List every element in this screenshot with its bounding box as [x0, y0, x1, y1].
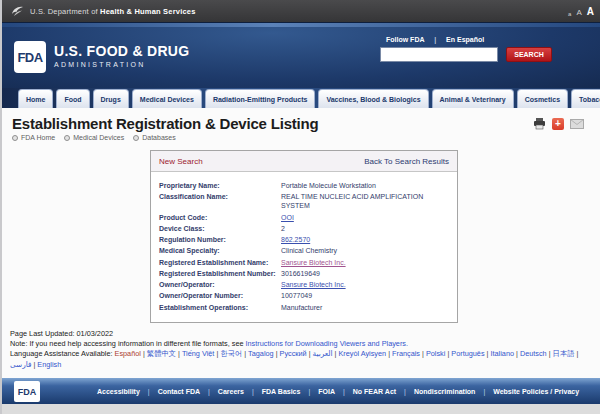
nav-tab-row: HomeFoodDrugsMedical DevicesRadiation-Em… — [18, 89, 600, 108]
en-espanol-link[interactable]: En Español — [446, 36, 484, 43]
row-label: Registered Establishment Name: — [159, 258, 281, 267]
footer-fda-logo[interactable]: FDA — [14, 381, 40, 402]
nav-tab-home[interactable]: Home — [18, 89, 53, 108]
table-row: Registered Establishment Number:30166196… — [159, 269, 449, 278]
language-separator: | — [143, 349, 145, 358]
row-value-link[interactable]: OOI — [281, 214, 294, 221]
nav-tab-cosmetics[interactable]: Cosmetics — [517, 89, 568, 108]
row-value-link[interactable]: 862.2570 — [281, 236, 310, 243]
row-label: Owner/Operator: — [159, 280, 281, 289]
table-row: Regulation Number:862.2570 — [159, 235, 449, 244]
search-button[interactable]: SEARCH — [506, 47, 552, 62]
viewers-players-link[interactable]: Instructions for Downloading Viewers and… — [246, 339, 409, 348]
footer-link-fda-basics[interactable]: FDA Basics — [262, 388, 301, 395]
print-icon[interactable] — [533, 118, 546, 130]
footer-link-website-policies-privacy[interactable]: Website Policies / Privacy — [493, 388, 579, 395]
language-separator: | — [334, 349, 336, 358]
language-separator: | — [388, 349, 390, 358]
language-link[interactable]: Kreyòl Ayisyen — [338, 349, 386, 358]
language-separator: | — [33, 360, 35, 369]
language-link[interactable]: Tagalog — [248, 349, 274, 358]
language-link[interactable]: 日本語 — [553, 349, 575, 358]
row-label: Device Class: — [159, 224, 281, 233]
panel-header: New Search Back To Search Results — [151, 151, 457, 172]
font-size-small-button[interactable]: a — [568, 11, 571, 17]
row-value-link[interactable]: Sansure Biotech Inc. — [281, 281, 346, 288]
nav-tab-radiation-emitting-products[interactable]: Radiation-Emitting Products — [205, 89, 316, 108]
page-action-icons: + — [533, 118, 584, 130]
language-link[interactable]: Italiano — [490, 349, 514, 358]
language-link[interactable]: Español — [115, 349, 141, 358]
row-value: 862.2570 — [281, 235, 431, 244]
language-separator: | — [276, 349, 278, 358]
language-separator: | — [447, 349, 449, 358]
follow-fda-link[interactable]: Follow FDA — [386, 36, 424, 43]
hhs-department-bold: Health & Human Services — [100, 7, 195, 16]
language-link[interactable]: Tiếng Việt — [182, 349, 214, 358]
font-size-controls: a A A — [568, 6, 594, 17]
breadcrumb-item-fda-home[interactable]: FDA Home — [12, 134, 55, 141]
back-to-search-results-link[interactable]: Back To Search Results — [364, 157, 449, 166]
language-separator: | — [487, 349, 489, 358]
language-separator: | — [244, 349, 246, 358]
breadcrumb-item-databases[interactable]: Databases — [133, 134, 175, 141]
footer-links: Accessibility|Contact FDA|Careers|FDA Ba… — [97, 388, 579, 395]
language-link[interactable]: العربية — [313, 349, 333, 358]
nav-tab-vaccines-blood-biologics[interactable]: Vaccines, Blood & Biologics — [318, 89, 428, 108]
row-value-link[interactable]: Sansure Biotech Inc. — [281, 259, 346, 266]
file-formats-note: Note: If you need help accessing informa… — [10, 339, 408, 348]
breadcrumb: FDA HomeMedical DevicesDatabases — [12, 134, 176, 141]
language-assistance-label: Language Assistance Available: — [10, 349, 115, 358]
language-link[interactable]: 繁體中文 — [147, 349, 176, 358]
hhs-top-bar: U.S. Department of Health & Human Servic… — [2, 0, 600, 22]
footer-link-separator: | — [404, 388, 406, 395]
language-link[interactable]: Français — [392, 349, 420, 358]
fda-brand: U.S. FOOD & DRUG ADMINISTRATION — [54, 43, 189, 68]
fda-logo[interactable]: FDA — [14, 41, 46, 73]
footer-link-accessibility[interactable]: Accessibility — [97, 388, 140, 395]
footer-link-contact-fda[interactable]: Contact FDA — [158, 388, 200, 395]
font-size-large-button[interactable]: A — [587, 6, 594, 17]
nav-tab-drugs[interactable]: Drugs — [93, 89, 129, 108]
footer-link-foia[interactable]: FOIA — [318, 388, 335, 395]
breadcrumb-label: FDA Home — [21, 134, 55, 141]
breadcrumb-item-medical-devices[interactable]: Medical Devices — [64, 134, 124, 141]
language-link[interactable]: Deutsch — [520, 349, 547, 358]
new-search-link[interactable]: New Search — [159, 157, 203, 166]
row-value: 2 — [281, 224, 431, 233]
main-content: Establishment Registration & Device List… — [2, 108, 600, 378]
language-link[interactable]: English — [37, 360, 61, 369]
breadcrumb-label: Medical Devices — [73, 134, 124, 141]
footer-bar: FDA Accessibility|Contact FDA|Careers|FD… — [2, 378, 600, 404]
language-link[interactable]: Русский — [280, 349, 307, 358]
table-row: Registered Establishment Name:Sansure Bi… — [159, 258, 449, 267]
footer-link-no-fear-act[interactable]: No FEAR Act — [353, 388, 396, 395]
search-input[interactable] — [380, 47, 498, 62]
nav-tab-tobacco-products[interactable]: Tobacco Products — [571, 89, 600, 108]
device-detail-panel: New Search Back To Search Results Propri… — [150, 150, 458, 323]
bottom-strip — [2, 404, 600, 414]
nav-tab-food[interactable]: Food — [56, 89, 89, 108]
page-last-updated: Page Last Updated: 01/03/2022 — [10, 329, 113, 338]
language-link[interactable]: فارسی — [10, 360, 31, 369]
email-icon[interactable] — [570, 119, 584, 129]
row-label: Product Code: — [159, 213, 281, 222]
nav-tab-animal-veterinary[interactable]: Animal & Veterinary — [432, 89, 514, 108]
table-row: Classification Name:REAL TIME NUCLEIC AC… — [159, 192, 449, 210]
footer-link-careers[interactable]: Careers — [218, 388, 244, 395]
language-link[interactable]: Português — [451, 349, 484, 358]
row-value: Sansure Biotech Inc. — [281, 280, 431, 289]
row-label: Establishment Operations: — [159, 303, 281, 312]
nav-tab-medical-devices[interactable]: Medical Devices — [132, 89, 202, 108]
footer-link-nondiscrimination[interactable]: Nondiscrimination — [414, 388, 475, 395]
language-link[interactable]: Polski — [426, 349, 445, 358]
hhs-department-link[interactable]: U.S. Department of Health & Human Servic… — [30, 7, 196, 16]
main-navigation: HomeFoodDrugsMedical DevicesRadiation-Em… — [2, 88, 600, 108]
row-value: 3016619649 — [281, 269, 431, 278]
share-icon[interactable]: + — [552, 118, 564, 130]
font-size-medium-button[interactable]: A — [576, 8, 581, 17]
language-separator: | — [422, 349, 424, 358]
fda-title-line1: U.S. FOOD & DRUG — [54, 43, 189, 59]
fda-header: FDA U.S. FOOD & DRUG ADMINISTRATION Foll… — [2, 27, 600, 88]
language-link[interactable]: 한국어 — [220, 349, 242, 358]
